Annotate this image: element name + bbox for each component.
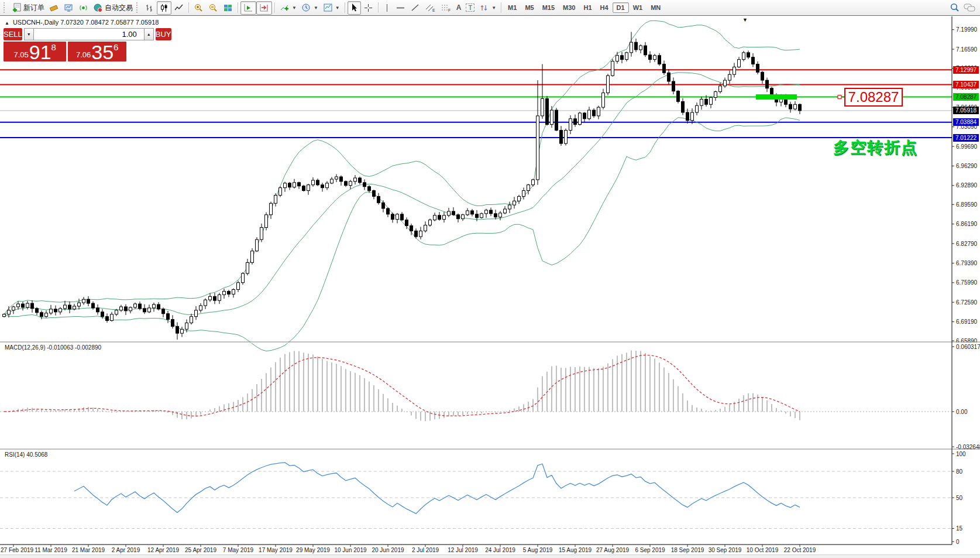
sell-price-display[interactable]: 7.05 91 8: [4, 42, 66, 61]
chart-shift-button[interactable]: [256, 1, 272, 15]
svg-text:12 Apr 2019: 12 Apr 2019: [147, 547, 179, 553]
volume-increase-button[interactable]: ▲: [144, 28, 154, 40]
svg-text:0: 0: [956, 539, 960, 545]
tab-timeframe-D1[interactable]: D1: [613, 2, 629, 13]
volume-input[interactable]: [34, 28, 144, 40]
main-price-axis: 7.199907.165907.132907.098907.064907.030…: [952, 26, 978, 344]
tab-timeframe-MN[interactable]: MN: [647, 2, 665, 13]
search-icon[interactable]: [950, 2, 960, 13]
terminal-button[interactable]: [61, 1, 76, 15]
clock-icon: [301, 3, 311, 13]
vertical-line-button[interactable]: [381, 1, 393, 15]
auto-scroll-icon: [243, 3, 254, 13]
text-tool-button[interactable]: A: [454, 2, 464, 13]
buy-price-big: 35: [91, 43, 114, 61]
tab-timeframe-M1[interactable]: M1: [504, 2, 521, 13]
arrows-button[interactable]: ▼: [477, 1, 498, 15]
price-callout-box[interactable]: 7.08287: [844, 88, 903, 107]
label-tool-button[interactable]: T: [463, 2, 477, 13]
signals-button[interactable]: [76, 1, 91, 15]
line-chart-button[interactable]: [171, 1, 186, 15]
price-level-lines: [0, 70, 952, 138]
templates-button[interactable]: ▼: [321, 1, 342, 15]
svg-text:18 Sep 2019: 18 Sep 2019: [671, 547, 704, 553]
fibonacci-button[interactable]: F: [438, 1, 454, 15]
chart-shift-icon: [259, 3, 270, 13]
toolbar-separator: [501, 2, 501, 13]
auto-scroll-button[interactable]: [240, 1, 256, 15]
tile-windows-icon: [223, 3, 233, 13]
indicators-button[interactable]: ▼: [277, 1, 299, 15]
svg-text:6.72590: 6.72590: [956, 299, 978, 306]
metaeditor-button[interactable]: [47, 1, 61, 15]
turning-point-annotation: 多空转折点: [833, 137, 918, 158]
buy-button[interactable]: BUY: [156, 28, 171, 40]
svg-text:2 Jul 2019: 2 Jul 2019: [412, 547, 439, 553]
price-badge-7.03884: 7.03884: [953, 118, 979, 126]
toolbar-separator: [345, 2, 345, 13]
zoom-in-icon: [194, 3, 204, 13]
trendline-button[interactable]: [408, 1, 422, 15]
highlight-segment[interactable]: [756, 94, 797, 100]
signals-icon: [78, 3, 88, 13]
candlestick-chart-button[interactable]: [157, 1, 171, 15]
label-tool-label: T: [466, 4, 474, 12]
svg-text:6.69190: 6.69190: [956, 319, 978, 325]
templates-icon: [323, 3, 333, 13]
toolbar-separator: [274, 2, 275, 13]
indicators-caret-icon[interactable]: ▼: [292, 5, 297, 11]
volume-decrease-button[interactable]: ▼: [24, 28, 34, 40]
tab-timeframe-H4[interactable]: H4: [596, 2, 613, 13]
horizontal-line-button[interactable]: [393, 1, 408, 15]
svg-text:6.92890: 6.92890: [956, 182, 978, 189]
templates-caret-icon[interactable]: ▼: [335, 5, 340, 11]
svg-text:7 May 2019: 7 May 2019: [223, 547, 254, 553]
bar-chart-icon: [145, 3, 154, 13]
svg-text:17 May 2019: 17 May 2019: [259, 547, 293, 553]
zoom-in-button[interactable]: [191, 1, 206, 15]
tab-timeframe-H1[interactable]: H1: [579, 2, 596, 13]
periods-button[interactable]: ▼: [299, 1, 321, 15]
crosshair-button[interactable]: [361, 1, 376, 15]
zoom-out-button[interactable]: [206, 1, 221, 15]
bar-chart-button[interactable]: [142, 1, 157, 15]
line-chart-icon: [174, 3, 184, 13]
toolbar-grip: [4, 2, 6, 13]
arrows-caret-icon[interactable]: ▼: [491, 5, 496, 11]
chart-menu-arrow-icon[interactable]: ▼: [742, 17, 748, 23]
equidistant-channel-button[interactable]: E: [422, 1, 438, 15]
tab-timeframe-M5[interactable]: M5: [521, 2, 538, 13]
svg-text:6.75990: 6.75990: [956, 279, 978, 286]
collapse-arrow-icon[interactable]: ▲: [5, 20, 9, 26]
svg-text:-0.032648: -0.032648: [956, 444, 980, 450]
svg-text:11 Mar 2019: 11 Mar 2019: [35, 547, 67, 553]
buy-price-display[interactable]: 7.06 35 6: [68, 42, 126, 61]
metaeditor-icon: [49, 3, 59, 13]
cursor-button[interactable]: [348, 1, 361, 15]
periods-caret-icon[interactable]: ▼: [314, 5, 318, 11]
macd-label: MACD(12,26,9) -0.010063 -0.002890: [5, 344, 101, 351]
new-order-button[interactable]: 新订单: [9, 1, 47, 15]
svg-text:15 Aug 2019: 15 Aug 2019: [559, 547, 592, 553]
svg-text:22 Oct 2019: 22 Oct 2019: [784, 547, 816, 553]
candlestick-series: [3, 32, 802, 340]
tile-windows-button[interactable]: [221, 1, 235, 15]
svg-text:5 Aug 2019: 5 Aug 2019: [523, 547, 553, 553]
symbol-header: ▲USDCNH-,Daily 7.07320 7.08472 7.05877 7…: [5, 19, 159, 26]
sell-button[interactable]: SELL: [4, 28, 22, 40]
chart-canvas: 7.199907.165907.132907.098907.064907.030…: [0, 16, 980, 558]
new-order-icon: [12, 3, 22, 13]
svg-text:E: E: [432, 8, 435, 12]
tab-timeframe-M30[interactable]: M30: [559, 2, 579, 13]
tab-timeframe-W1[interactable]: W1: [629, 2, 647, 13]
toolbar-separator: [238, 2, 238, 13]
chart-area[interactable]: 7.199907.165907.132907.098907.064907.030…: [0, 16, 980, 558]
macd-signal-line: [4, 355, 800, 416]
autotrading-button[interactable]: 自动交易: [91, 1, 135, 15]
volume-stepper: ▼ ▲: [24, 28, 154, 40]
callout-anchor[interactable]: [838, 95, 841, 99]
tab-timeframe-M15[interactable]: M15: [538, 2, 559, 13]
svg-text:29 May 2019: 29 May 2019: [296, 547, 330, 553]
svg-text:6.82790: 6.82790: [956, 241, 978, 247]
chat-icon[interactable]: [964, 3, 975, 12]
